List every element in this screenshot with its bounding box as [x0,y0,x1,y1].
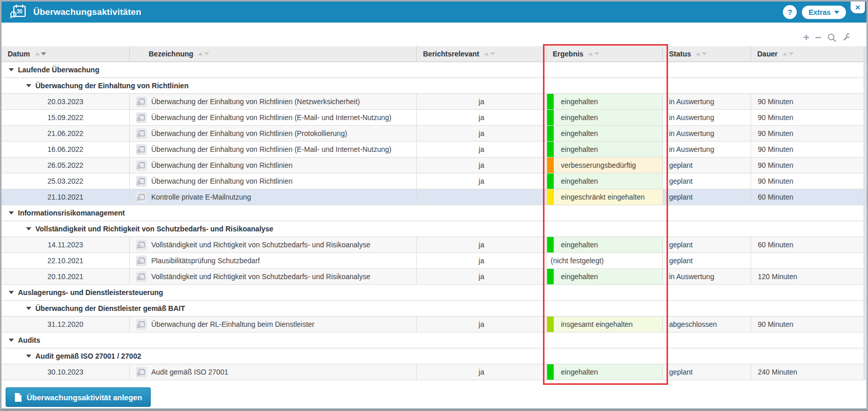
column-label: Datum [8,50,30,58]
sort-desc-icon[interactable] [789,52,794,55]
group-row[interactable]: Informationsrisikomanagement [2,205,866,221]
column-header-dauer[interactable]: Dauer [751,46,866,62]
expand-all-plus-icon[interactable]: + [803,32,809,43]
wrench-settings-icon[interactable] [842,33,851,42]
sort-asc-icon[interactable] [198,52,203,55]
collapse-all-minus-icon[interactable]: − [815,32,821,43]
cell-dauer: 60 Minuten [751,189,866,205]
help-button[interactable]: ? [783,5,797,19]
column-label: Bezeichnung [149,50,193,58]
sort-asc-icon[interactable] [484,52,489,55]
cell-dauer: 120 Minuten [751,269,866,284]
table-row[interactable]: 22.10.2021Plausibilitätsprüfung Schutzbe… [2,253,866,269]
sort-icons[interactable] [484,52,495,55]
sort-asc-icon[interactable] [782,52,788,55]
activity-calendar-icon [136,96,147,107]
sort-icons[interactable] [35,52,46,55]
column-header-berichtsrelevant[interactable]: Berichtsrelevant [417,46,547,62]
activity-name: Vollständigkeit und Richtigkeit von Schu… [151,272,370,281]
vertical-scrollbar[interactable] [863,46,866,380]
sort-asc-icon[interactable] [588,52,593,55]
group-row[interactable]: Audit gemäß ISO 27001 / 27002 [2,348,866,364]
extras-button[interactable]: Extras [802,6,846,19]
collapse-caret-icon[interactable] [9,339,14,342]
cell-berichtsrelevant: ja [417,94,547,109]
cell-berichtsrelevant: ja [417,237,547,252]
cell-berichtsrelevant [417,189,547,205]
activity-calendar-icon [136,128,147,139]
activity-calendar-icon [136,160,147,171]
table-row[interactable]: 30.10.2023Audit gemäß ISO 27001jaeingeha… [2,364,866,380]
activity-calendar-icon [136,240,147,250]
collapse-caret-icon[interactable] [26,84,31,87]
cell-bezeichnung: Überwachung der Einhaltung von Richtlini… [130,158,417,173]
table-row[interactable]: 15.09.2022Überwachung der Einhaltung von… [2,110,866,126]
cell-bezeichnung: Überwachung der Einhaltung von Richtlini… [130,94,417,109]
sort-icons[interactable] [782,52,794,55]
close-button[interactable]: × [851,2,865,13]
table-row[interactable]: 20.03.2023Überwachung der Einhaltung von… [2,94,866,110]
table-row[interactable]: 21.10.2021Kontrolle private E-Mailnutzun… [2,189,866,205]
group-label: Überwachung der Dienstleister gemäß BAIT [35,304,185,312]
cell-dauer: 90 Minuten [751,173,866,189]
cell-ergebnis: (nicht festgelegt) [547,253,663,268]
cell-status: geplant [663,189,751,205]
table-row[interactable]: 31.12.2020Überwachung der RL-Einhaltung … [2,317,866,332]
help-label: ? [788,8,792,16]
result-color-chip [547,269,554,284]
table-row[interactable]: 21.06.2022Überwachung der Einhaltung von… [2,126,866,142]
collapse-caret-icon[interactable] [9,291,14,294]
group-row[interactable]: Laufende Überwachung [2,62,866,78]
search-icon[interactable] [827,33,836,42]
group-row[interactable]: Auslagerungs- und Dienstleistersteuerung [2,285,866,301]
group-row[interactable]: Vollständigkeit und Richtigkeit von Schu… [2,221,866,237]
collapse-caret-icon[interactable] [26,355,31,358]
result-text: eingehalten [561,145,598,153]
collapse-caret-icon[interactable] [9,211,14,214]
collapse-caret-icon[interactable] [26,227,31,230]
sort-desc-icon[interactable] [490,52,495,55]
column-header-ergebnis[interactable]: Ergebnis [547,46,663,62]
table-row[interactable]: 20.10.2021Vollständigkeit und Richtigkei… [2,269,866,285]
group-row[interactable]: Überwachung der Einhaltung von Richtlini… [2,78,866,94]
table-row[interactable]: 16.06.2022Überwachung der Einhaltung von… [2,142,866,158]
column-header-status[interactable]: Status [663,46,751,62]
activity-name: Überwachung der Einhaltung von Richtlini… [151,161,293,169]
column-header-bezeichnung[interactable]: Bezeichnung [130,46,417,62]
column-header-datum[interactable]: Datum [2,46,130,62]
sort-asc-icon[interactable] [35,52,40,55]
table-row[interactable]: 26.05.2022Überwachung der Einhaltung von… [2,158,866,173]
result-color-chip [547,94,554,109]
group-label: Überwachung der Einhaltung von Richtlini… [35,82,189,90]
sort-desc-icon[interactable] [41,52,46,55]
activity-calendar-icon [136,192,147,203]
sort-icons[interactable] [696,52,707,55]
cell-ergebnis: eingehalten [547,126,663,141]
activity-name: Audit gemäß ISO 27001 [151,368,228,376]
create-activity-button[interactable]: Überwachungsaktivität anlegen [6,387,151,407]
collapse-caret-icon[interactable] [26,307,31,310]
result-text: eingehalten [561,177,598,185]
cell-berichtsrelevant: ja [417,110,547,125]
sort-desc-icon[interactable] [594,52,599,55]
close-icon: × [855,3,860,12]
titlebar: 30 Überwachungsaktivitäten ? Extras [2,2,866,23]
activity-name: Überwachung der RL-Einhaltung beim Diens… [151,320,314,328]
cell-ergebnis: eingeschränkt eingehalten [547,189,663,205]
extras-label: Extras [809,8,831,16]
sort-icons[interactable] [588,52,599,55]
group-row[interactable]: Audits [2,332,866,348]
table-body: Laufende ÜberwachungÜberwachung der Einh… [2,62,866,380]
table-row[interactable]: 25.03.2022Überwachung der Einhaltung von… [2,173,866,189]
sort-asc-icon[interactable] [696,52,701,55]
cell-datum: 30.10.2023 [2,364,130,380]
cell-dauer: 90 Minuten [751,126,866,141]
table-row[interactable]: 14.11.2023Vollständigkeit und Richtigkei… [2,237,866,253]
activity-name: Überwachung der Einhaltung von Richtlini… [151,113,391,122]
sort-desc-icon[interactable] [204,52,209,55]
cell-ergebnis: verbesserungsbedürftig [547,158,663,173]
collapse-caret-icon[interactable] [9,68,14,71]
sort-icons[interactable] [198,52,209,55]
sort-desc-icon[interactable] [702,52,707,55]
group-row[interactable]: Überwachung der Dienstleister gemäß BAIT [2,301,866,317]
